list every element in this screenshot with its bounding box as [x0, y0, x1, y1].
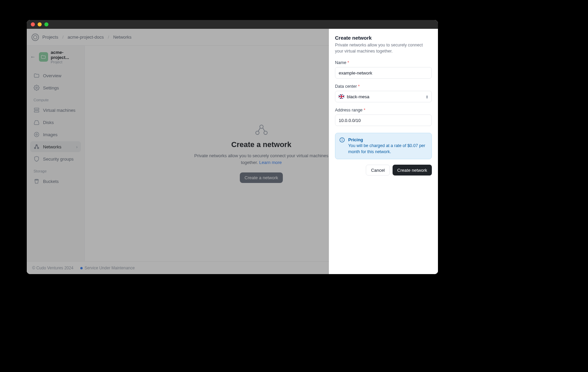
dc-select[interactable]: black-mesa ▴▾ — [335, 91, 432, 102]
panel-title: Create network — [335, 35, 432, 41]
field-name: Name * — [335, 60, 432, 79]
field-data-center: Data center * black-mesa ▴▾ — [335, 84, 432, 102]
modal-overlay[interactable] — [27, 29, 329, 274]
titlebar — [27, 20, 438, 29]
name-input[interactable] — [335, 67, 432, 79]
dc-value: black-mesa — [347, 94, 369, 99]
dc-label: Data center * — [335, 84, 432, 89]
panel-description: Private networks allow you to securely c… — [335, 42, 432, 54]
svg-point-16 — [342, 139, 342, 139]
panel-actions: Cancel Create network — [335, 165, 432, 175]
info-icon — [339, 137, 345, 143]
pricing-title: Pricing — [348, 137, 427, 142]
submit-button[interactable]: Create network — [393, 165, 432, 175]
range-input[interactable] — [335, 115, 432, 126]
uk-flag-icon — [339, 95, 344, 99]
window-close-button[interactable] — [31, 22, 35, 26]
range-label: Address range * — [335, 108, 432, 112]
pricing-text: You will be charged at a rate of $0.07 p… — [348, 143, 427, 155]
pricing-infobox: Pricing You will be charged at a rate of… — [335, 133, 432, 159]
name-label: Name * — [335, 60, 432, 65]
window-minimize-button[interactable] — [38, 22, 42, 26]
window-zoom-button[interactable] — [44, 22, 48, 26]
create-network-panel: Create network Private networks allow yo… — [329, 29, 438, 274]
select-chevron-icon: ▴▾ — [426, 95, 428, 99]
field-address-range: Address range * — [335, 108, 432, 126]
cancel-button[interactable]: Cancel — [366, 165, 390, 175]
